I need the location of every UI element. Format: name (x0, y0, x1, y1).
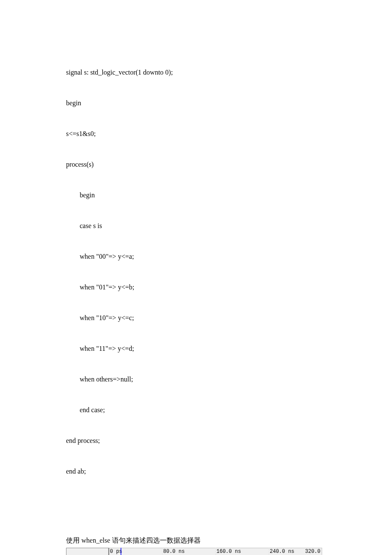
code-line: when "11"=> y<=d; (66, 344, 326, 354)
code-block-1: signal s: std_logic_vector(1 downto 0); … (66, 47, 326, 497)
code-line: end case; (66, 405, 326, 415)
waveform-viewer: Name a b c d s0 s1 y 0 ps80.0 ns160.0 ns… (66, 548, 326, 555)
code-line: case s is (66, 221, 326, 231)
section-heading: 使用 when_else 语句来描述四选一数据选择器 (66, 535, 326, 546)
code-line: when "00"=> y<=a; (66, 251, 326, 262)
code-line: begin (66, 190, 326, 200)
code-line: when others=>null; (66, 374, 326, 384)
code-line: signal s: std_logic_vector(1 downto 0); (66, 67, 326, 78)
code-line: end ab; (66, 466, 326, 477)
svg-text:160.0 ns: 160.0 ns (216, 549, 241, 555)
svg-text:80.0 ns: 80.0 ns (163, 549, 184, 555)
signal-names-column: Name a b c d s0 s1 y (66, 548, 109, 555)
code-line: process(s) (66, 159, 326, 170)
document-page: signal s: std_logic_vector(1 downto 0); … (0, 0, 392, 555)
code-line: end process; (66, 436, 326, 446)
code-line: begin (66, 98, 326, 108)
svg-text:240.0 ns: 240.0 ns (270, 549, 294, 555)
svg-text:320.0: 320.0 (305, 549, 320, 555)
code-line: when "10"=> y<=c; (66, 313, 326, 323)
svg-text:0 ps: 0 ps (110, 549, 122, 555)
waveform-plot-area: 0 ps80.0 ns160.0 ns240.0 ns320.017.85 ns (109, 548, 326, 555)
names-header: Name (66, 548, 109, 555)
waveform-svg: 0 ps80.0 ns160.0 ns240.0 ns320.017.85 ns (109, 548, 322, 555)
code-line: s<=s1&s0; (66, 129, 326, 139)
code-line: when "01"=> y<=b; (66, 282, 326, 292)
